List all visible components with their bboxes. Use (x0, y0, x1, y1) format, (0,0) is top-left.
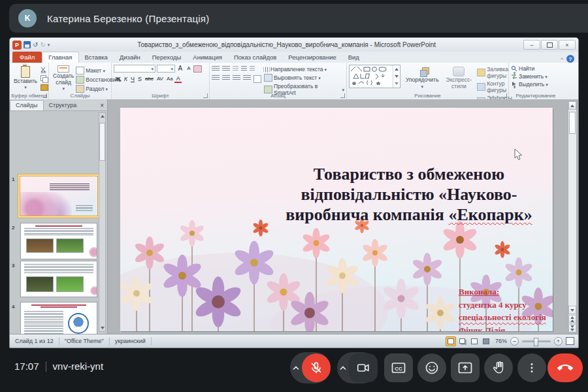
scroll-down-button[interactable] (568, 306, 576, 314)
quick-styles-button[interactable]: Экспресс-стили (444, 65, 474, 91)
collapse-ribbon-icon[interactable]: ^ (561, 56, 563, 62)
slide-title[interactable]: Товариство з обмеженою відповідальністю … (273, 164, 545, 225)
decrease-indent-icon[interactable] (233, 66, 238, 72)
theme-name[interactable]: "Office Theme" (59, 337, 110, 345)
mic-options-button[interactable] (290, 365, 302, 370)
camera-button[interactable] (349, 353, 378, 382)
tab-animations[interactable]: Анимация (187, 52, 228, 63)
panel-scroll-thumb[interactable] (99, 123, 105, 161)
cut-icon[interactable] (41, 67, 48, 73)
font-size-select[interactable]: ▾ (157, 65, 175, 73)
bold-button[interactable]: Ж (114, 75, 122, 83)
font-dialog-launcher[interactable] (203, 93, 208, 98)
shrink-font-button[interactable]: А (186, 65, 192, 73)
increase-indent-icon[interactable] (241, 66, 247, 72)
reading-view-button[interactable] (469, 336, 480, 346)
columns-icon[interactable] (253, 75, 261, 83)
next-slide-button[interactable] (568, 324, 576, 333)
grow-font-button[interactable]: А (176, 65, 184, 73)
italic-button[interactable]: К (122, 75, 129, 83)
paste-button[interactable]: Вставить ▾ (12, 65, 39, 91)
panel-scrollbar[interactable] (99, 112, 106, 332)
end-call-button[interactable] (547, 353, 583, 382)
tab-view[interactable]: Вид (342, 52, 365, 63)
zoom-level[interactable]: 76% (495, 338, 507, 344)
new-slide-button[interactable]: Создать слайд ▾ (51, 65, 76, 91)
replace-button[interactable]: Заменить ▾ (511, 73, 561, 80)
current-slide[interactable]: Товариство з обмеженою відповідальністю … (120, 108, 553, 331)
tab-home[interactable]: Главная (42, 52, 78, 63)
tab-design[interactable]: Дизайн (114, 52, 146, 63)
strikethrough-button[interactable]: abc (143, 75, 155, 83)
slide-thumbnail-3[interactable] (20, 261, 97, 297)
slide-sorter-view-button[interactable] (457, 336, 468, 346)
zoom-slider[interactable] (522, 340, 551, 342)
character-spacing-button[interactable]: AV (155, 75, 165, 83)
editor-scrollbar[interactable] (568, 101, 577, 333)
tab-transitions[interactable]: Переходы (146, 52, 188, 63)
font-color-button[interactable]: А (174, 75, 182, 83)
tab-insert[interactable]: Вставка (79, 52, 114, 63)
find-button[interactable]: Найти (511, 65, 561, 73)
tab-slides-thumbnails[interactable]: Слайды (10, 100, 44, 110)
scroll-up-button[interactable] (568, 101, 576, 110)
arrange-button[interactable]: Упорядочить ▾ (404, 65, 441, 91)
present-icon (457, 360, 473, 376)
copy-icon[interactable] (41, 75, 48, 82)
align-center-icon[interactable] (222, 75, 230, 81)
slideshow-view-button[interactable] (481, 336, 491, 346)
align-text-button[interactable]: Выровнять текст▾ (264, 73, 344, 82)
clear-formatting-icon[interactable] (193, 65, 202, 73)
zoom-slider-thumb[interactable] (534, 338, 538, 346)
normal-view-button[interactable] (446, 336, 456, 346)
tab-review[interactable]: Рецензирование (282, 52, 342, 63)
language-indicator[interactable]: украинский (110, 337, 152, 345)
align-left-icon[interactable] (212, 75, 220, 81)
undo-icon[interactable]: ↺ (33, 42, 38, 48)
zoom-in-button[interactable]: + (554, 337, 563, 346)
save-icon[interactable] (24, 41, 31, 48)
shapes-gallery[interactable] (349, 65, 400, 88)
text-direction-button[interactable]: Направление текста▾ (264, 65, 344, 73)
tab-slideshow[interactable]: Показ слайдов (228, 52, 282, 63)
font-name-select[interactable]: ▾ (114, 65, 155, 73)
zoom-out-button[interactable]: – (510, 337, 519, 346)
text-shadow-button[interactable]: S (136, 75, 143, 83)
minimize-button[interactable]: – (523, 40, 540, 50)
panel-close-icon[interactable]: × (97, 102, 107, 110)
format-painter-icon[interactable] (41, 84, 48, 91)
powerpoint-app-icon[interactable]: P (12, 41, 22, 50)
restore-button[interactable] (541, 40, 558, 50)
select-button[interactable]: Выделить ▾ (511, 80, 561, 88)
raise-hand-button[interactable] (484, 353, 513, 382)
change-case-button[interactable]: Aa (165, 75, 174, 83)
camera-options-button[interactable] (337, 365, 349, 370)
numbering-icon[interactable] (222, 66, 230, 72)
present-screen-button[interactable] (451, 353, 480, 382)
align-right-icon[interactable] (233, 75, 240, 81)
shapes-gallery-scroll[interactable] (393, 65, 400, 88)
clipboard-dialog-launcher[interactable] (42, 93, 47, 98)
redo-icon[interactable]: ↻ (40, 42, 45, 48)
help-icon[interactable]: ? (566, 55, 574, 63)
slide-thumbnail-1[interactable] (18, 174, 100, 218)
paragraph-dialog-launcher[interactable] (340, 93, 345, 98)
drawing-dialog-launcher[interactable] (502, 93, 507, 98)
close-button[interactable]: × (559, 40, 576, 50)
justify-icon[interactable] (243, 75, 251, 81)
line-spacing-icon[interactable] (250, 66, 255, 72)
slide-credits[interactable]: Виконала: студентка 4 курсу спеціальност… (459, 286, 553, 331)
scroll-thumb[interactable] (569, 112, 576, 134)
ppt-titlebar[interactable]: P ↺ ↻ ▾ Товариство_з_обмеженою_відповіда… (10, 38, 578, 52)
mic-muted-button[interactable] (302, 353, 331, 382)
fit-to-window-button[interactable] (566, 337, 574, 345)
reactions-button[interactable] (417, 353, 446, 382)
more-options-button[interactable] (517, 353, 546, 382)
underline-button[interactable]: Ч (129, 75, 136, 83)
tab-file[interactable]: Файл (12, 52, 42, 63)
previous-slide-button[interactable] (568, 315, 576, 323)
tab-outline[interactable]: Структура (44, 101, 82, 110)
bullets-icon[interactable] (212, 66, 220, 72)
slide-thumbnail-2[interactable] (20, 223, 97, 259)
captions-button[interactable]: CC (384, 353, 413, 382)
